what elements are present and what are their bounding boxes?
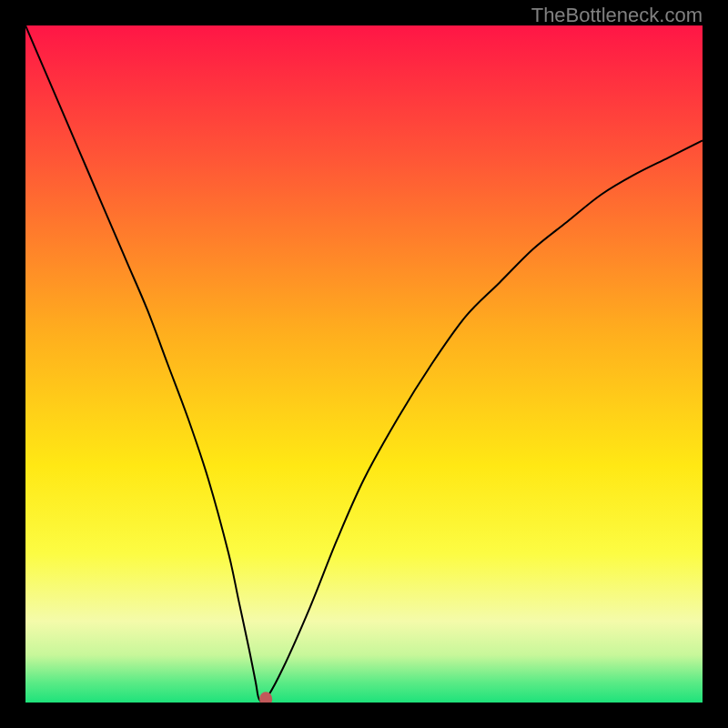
attribution-text: TheBottleneck.com [531, 4, 703, 27]
plot-background [25, 25, 703, 703]
plot-area [25, 25, 703, 703]
chart-frame: TheBottleneck.com [0, 0, 728, 728]
plot-svg [25, 25, 703, 703]
